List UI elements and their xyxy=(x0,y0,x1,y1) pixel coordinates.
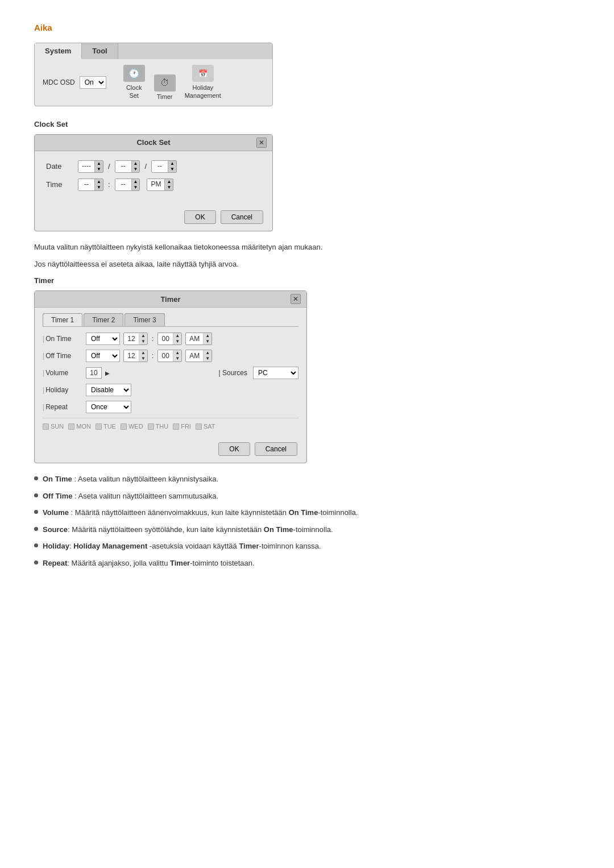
clock-date-arrows3[interactable]: ▲ ▼ xyxy=(168,161,176,172)
off-time-min-down[interactable]: ▼ xyxy=(173,356,181,362)
on-time-ampm-up[interactable]: ▲ xyxy=(204,333,211,339)
clock-date-arrows1[interactable]: ▲ ▼ xyxy=(94,161,103,172)
mdc-osd-select[interactable]: On Off xyxy=(80,76,106,89)
timer-tab-1[interactable]: Timer 1 xyxy=(43,313,82,326)
off-time-ampm-arrows[interactable]: ▲ ▼ xyxy=(203,350,211,362)
bullet-off-time: Off Time : Aseta valitun näyttölaitteen … xyxy=(34,491,580,502)
day-thu-checkbox[interactable] xyxy=(148,423,154,430)
bullet-off-time-text: Off Time : Aseta valitun näyttölaitteen … xyxy=(43,491,218,502)
on-time-hour-down[interactable]: ▼ xyxy=(139,339,147,344)
on-time-min-field[interactable]: 00 ▲ ▼ xyxy=(157,333,182,345)
timer-tab-2[interactable]: Timer 2 xyxy=(84,313,123,326)
clock-time-field1[interactable]: -- ▲ ▼ xyxy=(78,178,103,191)
clock-time-val1: -- xyxy=(78,179,94,190)
mdc-holiday-label: HolidayManagement xyxy=(185,84,221,100)
on-time-hour-field[interactable]: 12 ▲ ▼ xyxy=(123,333,148,345)
clock-time-sep: : xyxy=(107,180,111,189)
timer-ok-button[interactable]: OK xyxy=(218,442,250,456)
mdc-tab-system[interactable]: System xyxy=(35,43,82,59)
mdc-timer-icon-item[interactable]: ⏱ Timer xyxy=(154,74,176,100)
day-wed: WED xyxy=(121,423,143,430)
clock-time-arrows2[interactable]: ▲ ▼ xyxy=(131,179,140,190)
timer-body: |On Time Off On 12 ▲ ▼ : 00 ▲ ▼ xyxy=(43,326,298,438)
on-time-hour-up[interactable]: ▲ xyxy=(139,333,147,339)
clock-date-field3[interactable]: -- ▲ ▼ xyxy=(151,160,177,173)
bullet-dot-5 xyxy=(34,543,38,547)
timer-tab-3[interactable]: Timer 3 xyxy=(125,313,164,326)
clock-ok-button[interactable]: OK xyxy=(184,210,215,224)
clock-time-label: Time xyxy=(46,180,74,189)
on-time-min-arrows[interactable]: ▲ ▼ xyxy=(173,333,181,344)
off-time-ampm-up[interactable]: ▲ xyxy=(204,350,211,356)
day-sun-checkbox[interactable] xyxy=(43,423,49,430)
day-sat-checkbox[interactable] xyxy=(196,423,202,430)
clock-time-down2[interactable]: ▼ xyxy=(132,185,140,190)
mdc-holiday-icon-item[interactable]: 📅 HolidayManagement xyxy=(185,65,221,100)
clock-time-arrows1[interactable]: ▲ ▼ xyxy=(94,179,103,190)
day-wed-checkbox[interactable] xyxy=(121,423,127,430)
off-time-select[interactable]: Off On xyxy=(86,350,120,362)
clock-set-close-button[interactable]: ✕ xyxy=(256,138,267,148)
day-mon-checkbox[interactable] xyxy=(68,423,74,430)
on-time-ampm-down[interactable]: ▼ xyxy=(204,339,211,344)
clock-date-up3[interactable]: ▲ xyxy=(168,161,176,167)
clock-time-up2[interactable]: ▲ xyxy=(132,179,140,185)
mdc-clock-set-icon-item[interactable]: 🕐 ClockSet xyxy=(123,65,145,100)
off-time-ampm-down[interactable]: ▼ xyxy=(204,356,211,362)
off-time-hour: 12 xyxy=(124,351,139,361)
day-tue-checkbox[interactable] xyxy=(96,423,102,430)
on-time-min-up[interactable]: ▲ xyxy=(173,333,181,339)
off-time-min-up[interactable]: ▲ xyxy=(173,350,181,356)
clock-date-up2[interactable]: ▲ xyxy=(132,161,140,167)
clock-date-down3[interactable]: ▼ xyxy=(168,167,176,172)
mdc-tab-tool[interactable]: Tool xyxy=(82,43,118,59)
bullet-on-time-text: On Time : Aseta valitun näyttölaitteen k… xyxy=(43,474,218,485)
clock-time-ampm-down[interactable]: ▼ xyxy=(165,185,173,190)
off-time-hour-arrows[interactable]: ▲ ▼ xyxy=(139,350,147,362)
clock-set-icon: 🕐 xyxy=(123,65,145,82)
clock-desc2: Jos näyttölaitteessa ei aseteta aikaa, l… xyxy=(34,259,580,271)
clock-time-down1[interactable]: ▼ xyxy=(95,185,103,190)
holiday-label: |Holiday xyxy=(43,386,82,394)
on-time-select[interactable]: Off On xyxy=(86,333,120,345)
clock-date-up1[interactable]: ▲ xyxy=(95,161,103,167)
day-fri-checkbox[interactable] xyxy=(173,423,179,430)
off-time-hour-field[interactable]: 12 ▲ ▼ xyxy=(123,350,148,362)
clock-date-field1[interactable]: ---- ▲ ▼ xyxy=(78,160,103,173)
on-time-ampm-arrows[interactable]: ▲ ▼ xyxy=(203,333,211,344)
day-tue-label: TUE xyxy=(103,423,116,430)
day-tue: TUE xyxy=(96,423,116,430)
clock-date-arrows2[interactable]: ▲ ▼ xyxy=(131,161,140,172)
mdc-panel: System Tool MDC OSD On Off 🕐 ClockSet ⏱ … xyxy=(34,43,273,106)
on-time-hour-arrows[interactable]: ▲ ▼ xyxy=(139,333,147,344)
off-time-ampm-field[interactable]: AM ▲ ▼ xyxy=(185,350,212,362)
mdc-icon-group: 🕐 ClockSet ⏱ Timer 📅 HolidayManagement xyxy=(123,65,221,100)
holiday-row: |Holiday Disable Enable xyxy=(43,384,298,396)
mdc-osd-label: MDC OSD xyxy=(43,78,75,86)
clock-time-up1[interactable]: ▲ xyxy=(95,179,103,185)
timer-cancel-button[interactable]: Cancel xyxy=(255,442,297,456)
volume-increase-button[interactable]: ▶ xyxy=(105,370,110,376)
holiday-select[interactable]: Disable Enable xyxy=(86,384,131,396)
repeat-select[interactable]: Once Daily Weekly xyxy=(86,401,131,413)
mdc-tabs: System Tool xyxy=(35,43,272,59)
off-time-min-arrows[interactable]: ▲ ▼ xyxy=(173,350,181,362)
clock-time-field2[interactable]: -- ▲ ▼ xyxy=(115,178,140,191)
clock-date-field2[interactable]: -- ▲ ▼ xyxy=(115,160,140,173)
timer-close-button[interactable]: ✕ xyxy=(291,294,301,304)
on-time-min-down[interactable]: ▼ xyxy=(173,339,181,344)
clock-time-ampm-arrows[interactable]: ▲ ▼ xyxy=(164,179,173,190)
off-time-hour-down[interactable]: ▼ xyxy=(139,356,147,362)
clock-time-ampm-field[interactable]: PM ▲ ▼ xyxy=(147,178,173,191)
clock-cancel-button[interactable]: Cancel xyxy=(221,210,263,224)
off-time-min-field[interactable]: 00 ▲ ▼ xyxy=(157,350,182,362)
clock-date-down2[interactable]: ▼ xyxy=(132,167,140,172)
clock-time-ampm-up[interactable]: ▲ xyxy=(165,179,173,185)
bullet-source: Source: Määritä näyttölaitteen syöttöläh… xyxy=(34,524,580,535)
off-time-hour-up[interactable]: ▲ xyxy=(139,350,147,356)
day-sun-label: SUN xyxy=(51,423,64,430)
on-time-row: |On Time Off On 12 ▲ ▼ : 00 ▲ ▼ xyxy=(43,333,298,345)
on-time-ampm-field[interactable]: AM ▲ ▼ xyxy=(185,333,212,345)
sources-select[interactable]: PC HDMI xyxy=(253,367,298,379)
clock-date-down1[interactable]: ▼ xyxy=(95,167,103,172)
